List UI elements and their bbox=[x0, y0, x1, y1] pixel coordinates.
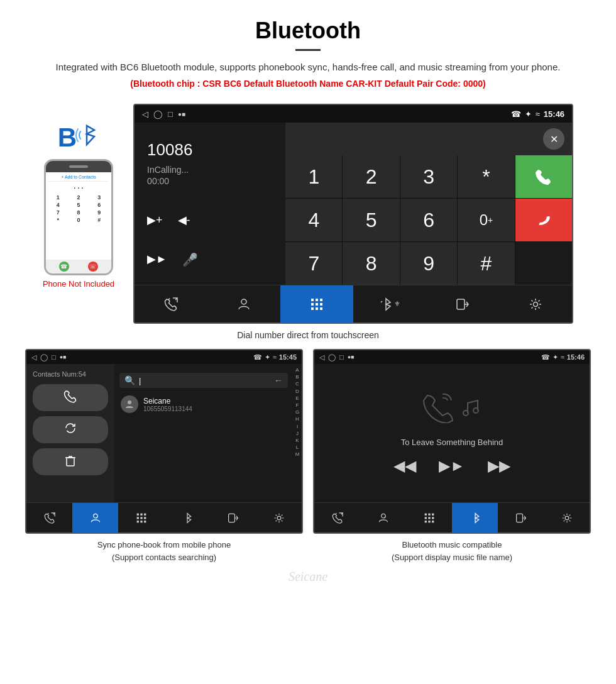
music-btn-bluetooth[interactable] bbox=[452, 502, 498, 532]
pb-search-icon: 🔍 bbox=[124, 375, 135, 385]
recents-icon[interactable]: □ bbox=[168, 109, 173, 119]
music-btn-settings[interactable] bbox=[544, 502, 590, 532]
pb-search-row[interactable]: 🔍 | ← bbox=[119, 373, 288, 388]
music-recents[interactable]: □ bbox=[339, 353, 344, 361]
pb-contact-list: 🔍 | ← Seicane 10655059113144 bbox=[114, 364, 293, 502]
pb-caption: Sync phone-book from mobile phone (Suppo… bbox=[97, 539, 231, 563]
back-nav-icon[interactable]: ◁ bbox=[142, 109, 148, 119]
dial-btn-transfer[interactable] bbox=[426, 285, 499, 323]
pb-alpha-j: J bbox=[296, 430, 299, 437]
key-hash[interactable]: # bbox=[458, 242, 514, 285]
pb-btn-settings[interactable] bbox=[256, 502, 302, 532]
dial-btn-keypad[interactable] bbox=[280, 285, 353, 323]
pb-contact-number: 10655059113144 bbox=[143, 405, 287, 412]
music-screen-wrap: ◁ ◯ □ ●■ ☎ ✦ ≈ 15:46 bbox=[313, 349, 591, 563]
svg-rect-32 bbox=[424, 517, 426, 519]
music-btn-keypad[interactable] bbox=[406, 502, 452, 532]
phone-call-red-btn[interactable]: ☏ bbox=[88, 262, 98, 272]
pb-search-field[interactable]: | bbox=[139, 376, 274, 385]
pb-btn-contacts[interactable] bbox=[72, 502, 118, 532]
pb-call-btn[interactable] bbox=[33, 384, 108, 411]
music-location-icon: ✦ bbox=[553, 353, 558, 361]
svg-point-39 bbox=[565, 516, 569, 520]
music-next-btn[interactable]: ▶▶ bbox=[488, 457, 510, 475]
transfer-call-btn[interactable]: ▶► bbox=[147, 252, 167, 267]
key-call-end[interactable] bbox=[515, 199, 572, 241]
dial-body: 10086 InCalling... 00:00 ▶+ ◀- ▶► 🎤 ✕ bbox=[135, 123, 572, 285]
music-btn-contacts[interactable] bbox=[360, 502, 406, 532]
music-status-bar: ◁ ◯ □ ●■ ☎ ✦ ≈ 15:46 bbox=[314, 350, 590, 364]
music-body: To Leave Something Behind ◀◀ ▶► ▶▶ bbox=[314, 364, 590, 502]
pb-bottom-bar bbox=[26, 502, 302, 532]
music-btn-call[interactable] bbox=[314, 502, 360, 532]
key-call-green[interactable] bbox=[515, 155, 572, 198]
pb-btn-bluetooth[interactable] bbox=[164, 502, 210, 532]
music-prev-btn[interactable]: ◀◀ bbox=[393, 457, 416, 475]
pb-delete-btn[interactable] bbox=[33, 448, 108, 475]
pb-btn-keypad[interactable] bbox=[118, 502, 164, 532]
svg-point-11 bbox=[534, 302, 538, 306]
svg-rect-37 bbox=[432, 521, 434, 522]
volume-down-btn[interactable]: ◀- bbox=[178, 213, 190, 227]
header-description: Integrated with BC6 Bluetooth module, su… bbox=[25, 60, 591, 75]
page-title: Bluetooth bbox=[25, 18, 591, 44]
main-section: B + Add to Contacts · · · 1 2 3 4 bbox=[0, 104, 616, 324]
pb-home[interactable]: ◯ bbox=[40, 353, 48, 361]
key-3[interactable]: 3 bbox=[400, 155, 457, 198]
pb-alpha-bar: A B C D E F G H I J K L M bbox=[293, 364, 302, 502]
key-2[interactable]: 2 bbox=[343, 155, 399, 198]
key-6[interactable]: 6 bbox=[400, 199, 457, 241]
phone-status-icon: ☎ bbox=[511, 109, 521, 119]
key-0plus[interactable]: 0+ bbox=[458, 199, 514, 241]
music-btn-transfer[interactable] bbox=[498, 502, 544, 532]
pb-back-nav[interactable]: ◁ bbox=[31, 353, 36, 361]
dial-btn-bluetooth[interactable]: ⚜ bbox=[353, 285, 426, 323]
music-notif-icons: ●■ bbox=[348, 354, 355, 360]
pb-contact-item[interactable]: Seicane 10655059113144 bbox=[114, 392, 293, 417]
svg-rect-6 bbox=[320, 303, 322, 306]
phone-call-green-btn[interactable]: ☎ bbox=[59, 262, 69, 272]
music-home[interactable]: ◯ bbox=[328, 353, 336, 361]
dial-status-bar: ◁ ◯ □ ●■ ☎ ✦ ≈ 15:46 bbox=[135, 105, 572, 123]
music-phone-icon: ☎ bbox=[541, 353, 550, 361]
svg-rect-17 bbox=[144, 513, 146, 515]
svg-rect-21 bbox=[136, 521, 138, 522]
pb-back-arrow-icon[interactable]: ← bbox=[274, 375, 283, 385]
key-star[interactable]: * bbox=[458, 155, 514, 198]
pb-recents[interactable]: □ bbox=[52, 353, 56, 361]
dial-btn-call[interactable] bbox=[135, 285, 207, 323]
dial-btn-contacts[interactable] bbox=[207, 285, 280, 323]
dial-btn-settings[interactable] bbox=[499, 285, 572, 323]
microphone-btn[interactable]: 🎤 bbox=[182, 252, 198, 267]
backspace-button[interactable]: ✕ bbox=[543, 128, 564, 150]
pb-btn-transfer[interactable] bbox=[210, 502, 256, 532]
volume-up-btn[interactable]: ▶+ bbox=[147, 213, 163, 227]
pb-alpha-e: E bbox=[295, 395, 299, 402]
music-play-pause-btn[interactable]: ▶► bbox=[439, 457, 465, 475]
pb-alpha-a: A bbox=[295, 367, 299, 373]
svg-rect-5 bbox=[316, 303, 318, 306]
phone-not-included-label: Phone Not Included bbox=[43, 279, 114, 289]
pb-contact-avatar bbox=[121, 395, 138, 413]
pb-btn-call[interactable] bbox=[26, 502, 72, 532]
key-5[interactable]: 5 bbox=[343, 199, 399, 241]
key-1[interactable]: 1 bbox=[285, 155, 342, 198]
dial-timer: 00:00 bbox=[147, 176, 273, 186]
key-4[interactable]: 4 bbox=[285, 199, 342, 241]
svg-rect-18 bbox=[136, 517, 138, 519]
key-7[interactable]: 7 bbox=[285, 242, 342, 285]
music-track-title: To Leave Something Behind bbox=[401, 438, 503, 447]
header-specs: (Bluetooth chip : CSR BC6 Default Blueto… bbox=[25, 79, 591, 89]
pb-sync-btn[interactable] bbox=[33, 416, 108, 443]
home-icon[interactable]: ◯ bbox=[153, 109, 163, 119]
svg-rect-34 bbox=[432, 517, 434, 519]
key-9[interactable]: 9 bbox=[400, 242, 457, 285]
svg-rect-29 bbox=[424, 513, 426, 515]
music-caption: Bluetooth music compatible (Support disp… bbox=[392, 539, 512, 563]
music-back-nav[interactable]: ◁ bbox=[319, 353, 324, 361]
notification-icons: ●■ bbox=[178, 111, 185, 118]
svg-point-25 bbox=[277, 516, 281, 520]
pb-alpha-m: M bbox=[295, 451, 300, 458]
phone-illustration: B + Add to Contacts · · · 1 2 3 4 bbox=[43, 104, 114, 324]
key-8[interactable]: 8 bbox=[343, 242, 399, 285]
